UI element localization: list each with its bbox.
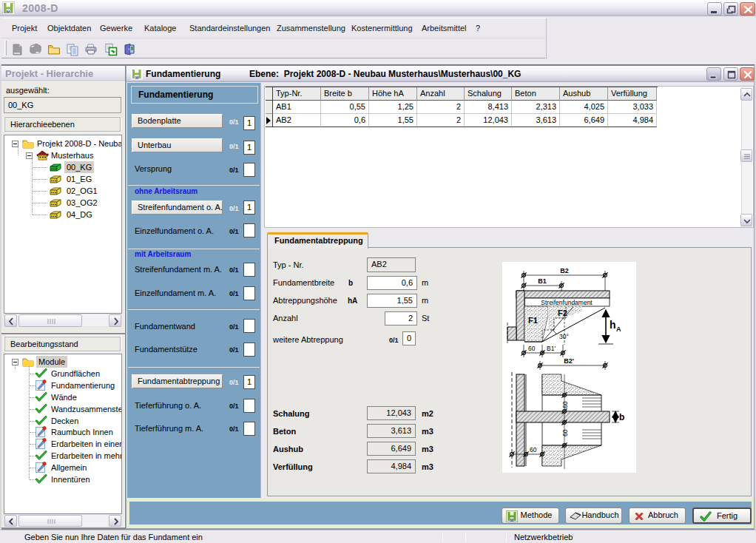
svg-text:h: h <box>610 319 616 331</box>
svg-text:60: 60 <box>528 345 536 352</box>
svg-text:B2: B2 <box>560 267 569 274</box>
svg-text:M: M <box>510 518 514 522</box>
svg-text:60: 60 <box>530 446 537 453</box>
svg-text:B1': B1' <box>547 345 556 352</box>
svg-text:30°: 30° <box>559 333 569 340</box>
svg-text:F2: F2 <box>558 308 567 317</box>
svg-text:60: 60 <box>561 401 569 408</box>
svg-text:M: M <box>135 75 139 80</box>
svg-text:B2': B2' <box>564 357 574 365</box>
svg-text:M: M <box>7 10 10 14</box>
svg-text:F1: F1 <box>528 316 538 325</box>
svg-text:B1: B1 <box>538 277 547 285</box>
svg-text:Streifenfundament: Streifenfundament <box>541 299 593 306</box>
svg-text:b: b <box>619 412 624 422</box>
svg-text:A: A <box>616 326 621 333</box>
svg-text:60: 60 <box>561 429 569 436</box>
